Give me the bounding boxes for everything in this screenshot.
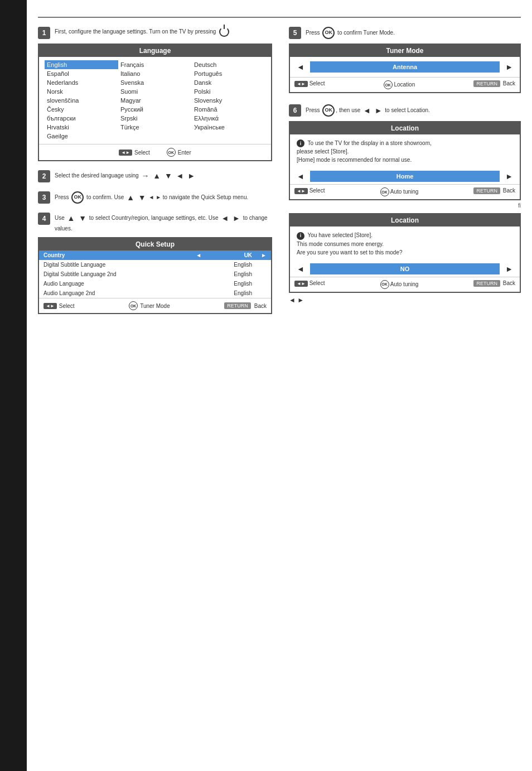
location-store-nav-icon: ◄► bbox=[294, 281, 308, 287]
qs-ok-icon: OK bbox=[129, 301, 138, 310]
step-3-section: 3 Press OK to confirm. Use ▲ ▼ ◄ ► to na… bbox=[38, 191, 272, 204]
lang-dansk[interactable]: Dansk bbox=[192, 78, 265, 87]
step-6-section: 6 Press OK, then use ◄ ► to select Locat… bbox=[289, 104, 521, 304]
arrow-right-icon: ► bbox=[187, 170, 195, 182]
location-store-info-text1: You have selected [Store]. bbox=[308, 232, 373, 238]
lang-slovensky[interactable]: Slovensky bbox=[192, 96, 265, 105]
qs-value-dsub2: English bbox=[206, 269, 257, 279]
lang-francais[interactable]: Français bbox=[118, 60, 192, 69]
language-panel: Language English Français Deutsch Españo… bbox=[38, 44, 272, 161]
lang-slovenscina[interactable]: slovenščina bbox=[45, 96, 118, 105]
location-store-panel: Location i You have selected [Store]. Th… bbox=[289, 213, 521, 292]
location-store-info-text3: Are you sure you want to set to this mod… bbox=[297, 249, 403, 256]
location-home-footer-back: RETURN Back bbox=[473, 187, 515, 196]
lang-portugues[interactable]: Português bbox=[192, 69, 265, 78]
two-column-layout: 1 First, configure the language settings… bbox=[38, 27, 521, 323]
lang-srpski[interactable]: Srpski bbox=[118, 114, 192, 123]
language-panel-footer: ◄► Select OK Enter bbox=[39, 144, 271, 160]
arrow-down-icon: ▼ bbox=[165, 170, 172, 182]
step-4-badge: 4 bbox=[38, 213, 50, 225]
lang-hrvatski[interactable]: Hrvatski bbox=[45, 123, 118, 132]
location-home-value: Home bbox=[310, 171, 500, 182]
lang-espanol[interactable]: Español bbox=[45, 69, 118, 78]
main-content: 1 First, configure the language settings… bbox=[27, 0, 532, 334]
qs-label-dsub: Digital Subtitle Language bbox=[39, 260, 191, 269]
lang-nederlands[interactable]: Nederlands bbox=[45, 78, 118, 87]
s3-arrow-up: ▲ bbox=[127, 192, 134, 204]
lang-turkce[interactable]: Türkçe bbox=[118, 123, 192, 132]
lang-suomi[interactable]: Suomi bbox=[118, 87, 192, 96]
location-store-arrow-right[interactable]: ► bbox=[505, 264, 513, 273]
qs-row-dsub2[interactable]: Digital Subtitle Language 2nd English bbox=[39, 269, 271, 279]
qs-footer-select: ◄► Select bbox=[43, 301, 75, 310]
tuner-mode-header: Tuner Mode bbox=[290, 45, 520, 57]
location-store-arrow-left[interactable]: ◄ bbox=[297, 264, 304, 273]
qs-value-audio2: English bbox=[206, 288, 257, 298]
tuner-arrow-right[interactable]: ► bbox=[505, 62, 513, 71]
step-4-row: 4 Use ▲ ▼ to select Country/region, lang… bbox=[38, 213, 272, 233]
location-store-body: i You have selected [Store]. This mode c… bbox=[290, 227, 520, 261]
lang-english[interactable]: English bbox=[45, 60, 118, 69]
qs-row-country[interactable]: Country ◄ UK ► bbox=[39, 250, 271, 260]
step-5-description: Press OK to confirm Tuner Mode. bbox=[306, 27, 521, 39]
lang-bulgarian[interactable]: български bbox=[45, 114, 118, 123]
qs-return-label: RETURN bbox=[224, 302, 251, 309]
step-1-description: First, configure the language settings. … bbox=[55, 27, 272, 37]
location-home-select-label: Select bbox=[309, 187, 325, 194]
step-2-badge: 2 bbox=[38, 170, 50, 182]
qs-label-audio: Audio Language bbox=[39, 279, 191, 288]
step-2-description: Select the desired language using → ▲ ▼ … bbox=[55, 170, 272, 182]
location-info-text: To use the TV for the display in a store… bbox=[308, 140, 432, 146]
lang-magyar[interactable]: Magyar bbox=[118, 96, 192, 105]
location-store-footer-auto: OK Auto tuning bbox=[380, 280, 419, 289]
tuner-back-label: Back bbox=[503, 80, 515, 86]
tuner-select-label: Select bbox=[309, 80, 325, 86]
lang-greek[interactable]: Ελληνικά bbox=[192, 114, 265, 123]
lang-cesky[interactable]: Česky bbox=[45, 105, 118, 114]
tuner-ok-icon: OK bbox=[384, 80, 393, 89]
location-home-arrow-left[interactable]: ◄ bbox=[297, 172, 304, 181]
location-home-body: i To use the TV for the display in a sto… bbox=[290, 134, 520, 168]
step-6-description: Press OK, then use ◄ ► to select Locatio… bbox=[306, 104, 521, 117]
qs-label-country: Country bbox=[39, 250, 191, 260]
step-4-section: 4 Use ▲ ▼ to select Country/region, lang… bbox=[38, 213, 272, 314]
lang-empty1 bbox=[118, 132, 192, 141]
qs-row-dsub[interactable]: Digital Subtitle Language English bbox=[39, 260, 271, 269]
qs-arrow-right-country: ► bbox=[257, 250, 271, 260]
location-store-return-label: RETURN bbox=[473, 280, 500, 287]
qs-back-label: Back bbox=[254, 303, 267, 309]
language-panel-header: Language bbox=[39, 45, 271, 57]
lang-ukrainian[interactable]: Українське bbox=[192, 123, 265, 132]
tuner-return-label: RETURN bbox=[473, 80, 500, 87]
qs-row-audio[interactable]: Audio Language English bbox=[39, 279, 271, 288]
lang-gaeilge[interactable]: Gaeilge bbox=[45, 132, 118, 141]
location-store-info-icon: i bbox=[297, 232, 304, 240]
tuner-location-label: Location bbox=[394, 81, 415, 88]
lang-polski[interactable]: Polski bbox=[192, 87, 265, 96]
location-store-footer: ◄► Select OK Auto tuning RETURN Back bbox=[290, 277, 520, 292]
store-arrow-right-bottom: ► bbox=[297, 296, 304, 304]
qs-row-audio2[interactable]: Audio Language 2nd English bbox=[39, 288, 271, 298]
tuner-mode-footer: ◄► Select OK Location RETURN Back bbox=[290, 77, 520, 92]
lang-russian[interactable]: Русский bbox=[118, 105, 192, 114]
tuner-footer-back: RETURN Back bbox=[473, 80, 515, 89]
tuner-mode-body: ◄ Antenna ► bbox=[290, 57, 520, 77]
location-store-footer-back: RETURN Back bbox=[473, 280, 515, 289]
location-store-footer-select: ◄► Select bbox=[294, 280, 325, 289]
lang-norsk[interactable]: Norsk bbox=[45, 87, 118, 96]
lang-romana[interactable]: Română bbox=[192, 105, 265, 114]
location-home-arrow-right[interactable]: ► bbox=[505, 172, 513, 181]
arrow-up-icon: ▲ bbox=[153, 170, 161, 182]
step-1-row: 1 First, configure the language settings… bbox=[38, 27, 272, 39]
location-store-header: Location bbox=[290, 214, 520, 227]
s5-ok-icon: OK bbox=[322, 27, 335, 39]
step-3-badge: 3 bbox=[38, 191, 50, 204]
qs-value-audio: English bbox=[206, 279, 257, 288]
left-sidebar bbox=[0, 0, 27, 771]
lang-svenska[interactable]: Svenska bbox=[118, 78, 192, 87]
lang-italiano[interactable]: Italiano bbox=[118, 69, 192, 78]
qs-footer-back: RETURN Back bbox=[224, 301, 267, 310]
s4-arrow-up: ▲ bbox=[67, 213, 75, 224]
lang-deutsch[interactable]: Deutsch bbox=[192, 60, 265, 69]
tuner-arrow-left[interactable]: ◄ bbox=[297, 62, 304, 71]
